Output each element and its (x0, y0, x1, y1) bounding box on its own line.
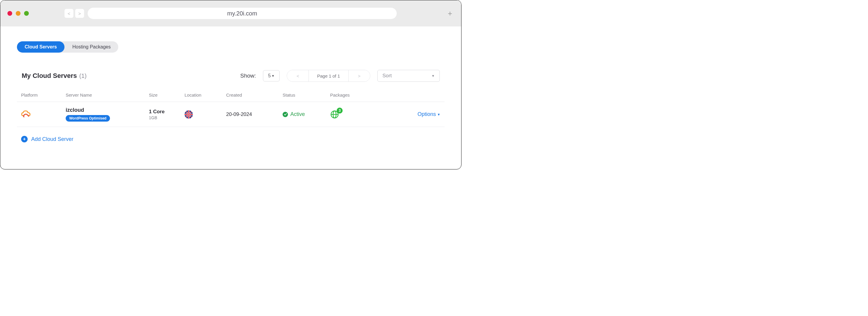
traffic-lights (7, 11, 29, 16)
pager-prev-button[interactable]: < (287, 70, 308, 82)
size-memory: 1GB (149, 115, 185, 120)
maximize-window-icon[interactable] (24, 11, 29, 16)
created-date: 20-09-2024 (226, 112, 283, 117)
tab-cloud-servers[interactable]: Cloud Servers (17, 41, 64, 53)
col-packages: Packages (330, 92, 386, 97)
page-content: Cloud Servers Hosting Packages My Cloud … (0, 26, 461, 151)
sort-select[interactable]: Sort ▼ (377, 70, 440, 82)
show-per-page-select[interactable]: 5 ▼ (263, 70, 280, 82)
chevron-down-icon: ▼ (437, 113, 440, 116)
location-cell (185, 110, 226, 119)
page-count: (1) (79, 73, 87, 79)
options-label: Options (417, 111, 436, 117)
size-cores: 1 Core (149, 109, 185, 115)
section-tabs: Cloud Servers Hosting Packages (17, 41, 118, 53)
server-badge: WordPress Optimised (66, 115, 110, 122)
col-server-name: Server Name (66, 92, 149, 97)
tab-hosting-packages[interactable]: Hosting Packages (64, 41, 118, 53)
server-name-cell: izcloud WordPress Optimised (66, 107, 149, 122)
status-cell: Active (283, 111, 330, 117)
minimize-window-icon[interactable] (16, 11, 21, 16)
col-platform: Platform (21, 92, 66, 97)
options-dropdown[interactable]: Options ▼ (417, 111, 440, 117)
add-cloud-server-label: Add Cloud Server (31, 136, 73, 142)
chevron-down-icon: ▼ (271, 74, 275, 78)
package-count-badge: 3 (337, 108, 343, 114)
chevron-down-icon: ▼ (432, 74, 435, 78)
status-check-icon (283, 112, 288, 117)
uk-flag-icon (185, 110, 193, 119)
browser-window: < > my.20i.com + Cloud Servers Hosting P… (0, 0, 462, 169)
list-controls: Show: 5 ▼ < Page 1 of 1 > Sort ▼ (240, 70, 440, 82)
packages-cell: 3 (330, 110, 386, 119)
list-header: My Cloud Servers (1) Show: 5 ▼ < Page 1 … (17, 70, 444, 82)
new-tab-button[interactable]: + (448, 9, 452, 18)
packages-icon-wrap[interactable]: 3 (330, 110, 339, 119)
browser-chrome-bar: < > my.20i.com + (0, 0, 461, 26)
col-created: Created (226, 92, 283, 97)
col-status: Status (283, 92, 330, 97)
size-cell: 1 Core 1GB (149, 109, 185, 120)
add-cloud-server-row[interactable]: + Add Cloud Server (17, 136, 444, 142)
platform-icon (21, 109, 66, 120)
pager-next-button[interactable]: > (348, 70, 370, 82)
col-size: Size (149, 92, 185, 97)
nav-buttons: < > (64, 9, 84, 18)
sort-label: Sort (382, 73, 392, 79)
table-header-row: Platform Server Name Size Location Creat… (17, 92, 444, 102)
plus-circle-icon: + (21, 136, 28, 142)
show-value: 5 (268, 73, 271, 79)
server-name[interactable]: izcloud (66, 107, 84, 113)
address-bar[interactable]: my.20i.com (88, 8, 397, 19)
status-text: Active (290, 111, 305, 117)
page-title-wrap: My Cloud Servers (1) (22, 72, 87, 80)
col-location: Location (185, 92, 226, 97)
close-window-icon[interactable] (7, 11, 12, 16)
servers-table: Platform Server Name Size Location Creat… (17, 92, 444, 127)
back-button[interactable]: < (64, 9, 73, 18)
cloud-platform-icon (21, 109, 31, 119)
pager: < Page 1 of 1 > (287, 70, 370, 82)
options-cell: Options ▼ (386, 111, 440, 117)
pager-label: Page 1 of 1 (308, 70, 348, 82)
table-row: izcloud WordPress Optimised 1 Core 1GB (17, 102, 444, 127)
show-label: Show: (240, 73, 256, 79)
forward-button[interactable]: > (75, 9, 84, 18)
page-title: My Cloud Servers (22, 72, 77, 80)
